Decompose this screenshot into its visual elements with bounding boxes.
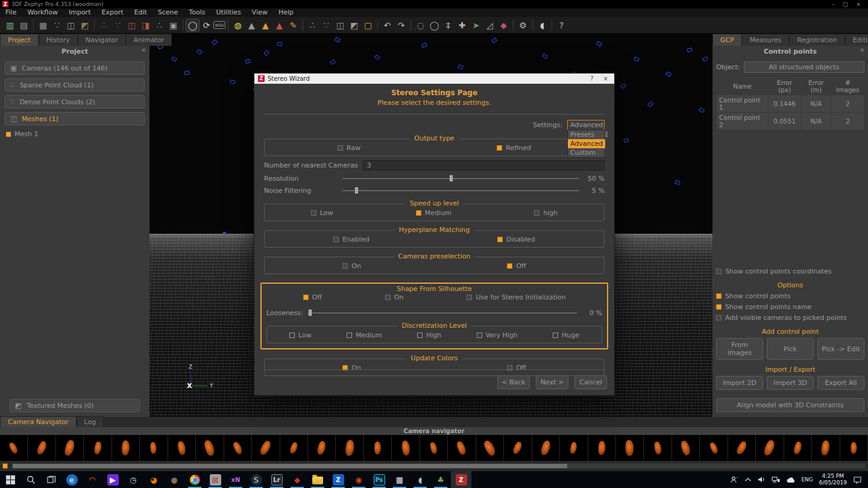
table-row[interactable]: Control point 10.1446N/A2 — [717, 95, 864, 113]
camera-thumbnail[interactable] — [336, 435, 363, 461]
camera-thumbnail[interactable] — [84, 435, 112, 461]
option-on[interactable]: On — [385, 293, 404, 301]
resolution-slider[interactable] — [342, 175, 579, 182]
close-button[interactable]: × — [856, 1, 861, 7]
render-textured-icon[interactable]: ▲ — [272, 19, 286, 32]
menu-file[interactable]: File — [0, 8, 22, 17]
search-button[interactable] — [20, 471, 41, 488]
camera-thumbnail[interactable] — [308, 435, 336, 461]
tab-measures[interactable]: Measures — [742, 34, 789, 46]
back-button[interactable]: < Back — [497, 375, 530, 389]
taskbar-lightroom[interactable]: Lr — [266, 471, 287, 488]
option-high[interactable]: high — [534, 209, 558, 217]
option-disabled[interactable]: Disabled — [497, 236, 535, 243]
taskbar-alarms-app[interactable]: ◷ — [123, 471, 143, 488]
taskbar-zephyr-blue[interactable]: Z — [328, 471, 348, 488]
minimize-button[interactable]: – — [831, 1, 834, 7]
free-look-icon[interactable]: ⟳ — [200, 19, 213, 32]
textured-mesh-wizard-icon[interactable]: ◩ — [78, 19, 92, 32]
action-center-icon[interactable] — [853, 476, 862, 484]
scrollbar-thumb[interactable] — [13, 464, 567, 468]
nearest-cameras-input[interactable]: 3 — [363, 160, 605, 170]
delete-dense-icon[interactable]: ∵ — [111, 19, 125, 32]
camera-thumbnail[interactable] — [112, 435, 140, 461]
select-volume-icon[interactable]: ◩ — [347, 19, 361, 32]
option-low[interactable]: Low — [289, 331, 312, 339]
project-item-meshes-1[interactable]: ◫Meshes (1) — [5, 112, 145, 125]
camera-thumbnail[interactable] — [56, 435, 84, 461]
tab-camera-navigator[interactable]: Camera Navigator — [0, 416, 77, 427]
option-off[interactable]: Off — [303, 293, 322, 301]
menu-edit[interactable]: Edit — [128, 8, 152, 17]
next-button[interactable]: Next > — [536, 375, 568, 389]
pick-edit-button[interactable]: Pick -> Edit — [817, 338, 864, 360]
option-raw[interactable]: Raw — [338, 144, 360, 152]
menu-view[interactable]: View — [247, 8, 273, 17]
camera-thumbnail[interactable] — [420, 435, 448, 461]
settings-dropdown[interactable]: Advanced PresetsAdvancedCustom — [567, 120, 605, 130]
camera-thumbnail[interactable] — [224, 435, 252, 461]
taskbar-calculator[interactable]: ▦ — [389, 471, 410, 488]
camera-thumbnail[interactable] — [448, 435, 476, 461]
resolution-slider-handle[interactable] — [450, 175, 453, 181]
close-icon[interactable]: × — [141, 47, 146, 53]
lighting-icon[interactable]: ◍ — [231, 19, 245, 32]
dropdown-option-custom[interactable]: Custom — [568, 148, 605, 157]
camera-thumbnail[interactable] — [252, 435, 280, 461]
tab-history[interactable]: History — [39, 34, 78, 46]
taskbar-sphere-app[interactable]: ● — [164, 471, 184, 488]
redo-icon[interactable]: ↷ — [394, 19, 408, 32]
looseness-slider-handle[interactable] — [309, 310, 312, 316]
menu-help[interactable]: Help — [273, 8, 299, 17]
sparse-cloud-wizard-icon[interactable]: ▦ — [36, 19, 50, 32]
camera-thumbnail[interactable] — [28, 435, 55, 461]
delete-texture-icon[interactable]: ◨ — [139, 19, 153, 32]
camera-thumbnail[interactable] — [728, 435, 756, 461]
table-row[interactable]: Control point 20.0551N/A2 — [717, 113, 864, 130]
menu-import[interactable]: Import — [63, 8, 96, 17]
wsd-mode-icon[interactable]: WSD — [213, 21, 225, 29]
select-dense-icon[interactable]: ∵ — [319, 19, 333, 32]
taskbar-plant-app[interactable]: ♣ — [430, 471, 451, 488]
control-points-table[interactable]: NameError (px)Error (m)# ImagesControl p… — [716, 78, 864, 130]
undo-icon[interactable]: ↶ — [380, 19, 394, 32]
dropdown-scrollbar[interactable] — [605, 130, 608, 157]
taskbar-explorer[interactable] — [307, 471, 328, 488]
object-dropdown[interactable]: All structured objects — [744, 61, 864, 73]
pick-button[interactable]: Pick — [767, 338, 814, 360]
language-indicator[interactable]: ENG — [801, 477, 813, 483]
camera-thumbnail[interactable] — [840, 435, 868, 461]
tab-navigator[interactable]: Navigator — [78, 34, 126, 46]
move-object-icon[interactable]: ✚ — [455, 19, 469, 32]
rect-select-icon[interactable]: ▢ — [361, 19, 375, 32]
taskbar-clock[interactable]: 4:25 PM 6/05/2019 — [819, 473, 847, 487]
camera-thumbnail[interactable] — [532, 435, 560, 461]
tab-log[interactable]: Log — [77, 416, 104, 427]
color-histogram-icon[interactable]: ◆ — [497, 19, 511, 32]
camera-thumbnail[interactable] — [784, 435, 812, 461]
export-all-button[interactable]: Export All — [817, 376, 864, 390]
camera-thumbnail[interactable] — [644, 435, 671, 461]
taskbar-photoshop[interactable]: Ps — [369, 471, 389, 488]
camera-thumbnail[interactable] — [196, 435, 224, 461]
tab-registration[interactable]: Registration — [789, 34, 844, 46]
masquerade-icon[interactable]: ◖ — [535, 19, 549, 32]
start-button[interactable] — [0, 471, 20, 488]
project-item-sparse-point-cloud-1[interactable]: ∴Sparse Point Cloud (1) — [5, 78, 145, 92]
measure-icon[interactable]: ‡ — [441, 19, 455, 32]
coords-checkbox[interactable]: Show control points coordinates — [716, 267, 864, 275]
camera-thumbnail[interactable] — [756, 435, 784, 461]
delete-mesh-icon[interactable]: ◫ — [125, 19, 139, 32]
looseness-slider[interactable] — [308, 309, 577, 316]
option-on[interactable]: On — [342, 262, 361, 270]
circle-select-icon[interactable]: ◯ — [427, 19, 441, 32]
dropdown-option-advanced[interactable]: Advanced — [568, 139, 605, 148]
network-icon[interactable] — [772, 476, 780, 483]
menu-scene[interactable]: Scene — [153, 8, 184, 17]
dense-cloud-wizard-icon[interactable]: ∵ — [50, 19, 64, 32]
menu-utilities[interactable]: Utilities — [210, 8, 246, 17]
delete-points-icon[interactable]: ∴ — [153, 19, 166, 32]
taskbar-wifi-app[interactable]: ◠ — [82, 471, 102, 488]
option-medium[interactable]: Medium — [416, 209, 451, 217]
option-low[interactable]: Low — [311, 209, 333, 217]
